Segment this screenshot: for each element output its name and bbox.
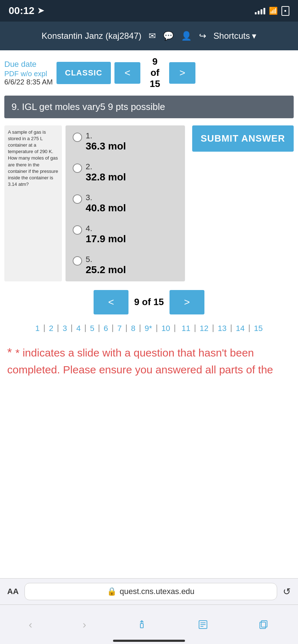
location-arrow-icon: ➤: [37, 6, 44, 15]
page-link-4[interactable]: 4: [75, 323, 82, 334]
page-link-15[interactable]: 15: [252, 323, 264, 334]
back-button[interactable]: ‹: [29, 618, 32, 631]
user-name: Konstantin Janz (kaj2847): [42, 31, 142, 41]
submit-answer-button[interactable]: SUBMIT ANSWER: [192, 125, 294, 152]
due-label: Due date: [4, 59, 53, 70]
page-num: 9: [144, 56, 166, 67]
answer-radio-1[interactable]: [73, 133, 82, 142]
note-text: * * indicates a slide with a question th…: [0, 337, 298, 383]
question-header: 9. IGL get moles vary5 9 pts possible: [4, 96, 294, 118]
url-bar[interactable]: 🔒 quest.cns.utexas.edu: [24, 583, 277, 600]
page-link-3[interactable]: 3: [61, 323, 68, 334]
page-link-6[interactable]: 6: [102, 323, 109, 334]
page-link-14[interactable]: 14: [234, 323, 246, 334]
page-link-8[interactable]: 8: [130, 323, 137, 334]
answer-num-2: 2.: [86, 162, 126, 171]
answer-text-3: 3. 40.8 mol: [86, 193, 126, 214]
answer-val-4: 17.9 mol: [86, 233, 126, 245]
answer-option-5: 5. 25.2 mol: [73, 255, 178, 276]
svg-rect-6: [260, 622, 266, 629]
prev-question-button[interactable]: <: [114, 62, 140, 84]
question-body: A sample of gas is stored in a 275 L con…: [4, 125, 294, 281]
answer-num-3: 3.: [86, 193, 126, 202]
answer-radio-3[interactable]: [73, 194, 82, 204]
answer-num-1: 1.: [86, 131, 126, 141]
chat-icon[interactable]: 💬: [163, 31, 174, 41]
logout-icon[interactable]: ↪: [199, 31, 206, 41]
page-link-11[interactable]: 11: [180, 323, 192, 334]
answers-column: 1. 36.3 mol 2. 32.8 mol 3. 40.8 mol: [66, 125, 185, 281]
due-date-block: Due date PDF w/o expl 6/6/22 8:35 AM: [4, 59, 53, 86]
lock-icon: 🔒: [107, 587, 117, 596]
page-counter: 9 of 15: [144, 56, 166, 90]
reload-button[interactable]: ↺: [283, 586, 291, 597]
page-link-13[interactable]: 13: [216, 323, 228, 334]
page-link-2[interactable]: 2: [48, 323, 55, 334]
answer-val-1: 36.3 mol: [86, 141, 126, 152]
wifi-icon: 📶: [269, 6, 278, 15]
page-link-5[interactable]: 5: [89, 323, 96, 334]
chevron-down-icon: ▾: [252, 31, 256, 41]
page-links: 1 | 2 | 3 | 4 | 5 | 6 | 7 | 8 | 9* | 10 …: [0, 323, 298, 337]
answer-text-1: 1. 36.3 mol: [86, 131, 126, 152]
due-date: 6/6/22 8:35 AM: [4, 78, 53, 86]
bottom-nav: < 9 of 15 >: [0, 281, 298, 323]
star-symbol: *: [7, 345, 15, 359]
home-indicator: [113, 640, 185, 642]
page-of: of: [144, 67, 166, 78]
user-icon[interactable]: 👤: [181, 31, 192, 41]
bottom-next-button[interactable]: >: [170, 290, 204, 314]
answer-num-5: 5.: [86, 255, 126, 264]
bookmark-button[interactable]: [198, 619, 208, 630]
page-link-9[interactable]: 9*: [143, 323, 154, 334]
share-button[interactable]: [136, 619, 147, 630]
classic-button[interactable]: CLASSIC: [57, 62, 111, 84]
page-link-10[interactable]: 10: [160, 323, 171, 334]
header-nav: Konstantin Janz (kaj2847) ✉ 💬 👤 ↪ Shortc…: [0, 22, 298, 50]
answer-option-4: 4. 17.9 mol: [73, 224, 178, 245]
tabs-button[interactable]: [258, 619, 269, 630]
forward-button[interactable]: ›: [82, 618, 86, 631]
svg-rect-5: [261, 621, 267, 627]
answer-num-4: 4.: [86, 224, 126, 233]
page-link-12[interactable]: 12: [198, 323, 210, 334]
shortcuts-button[interactable]: Shortcuts ▾: [213, 31, 256, 41]
answer-val-2: 32.8 mol: [86, 171, 126, 183]
answer-radio-2[interactable]: [73, 164, 82, 173]
status-time: 00:12 ➤: [9, 5, 44, 17]
signal-icon: [255, 7, 265, 14]
page-link-7[interactable]: 7: [116, 323, 123, 334]
shortcuts-label: Shortcuts: [213, 31, 250, 41]
time-display: 00:12: [9, 5, 35, 17]
pdf-label: PDF w/o expl: [4, 70, 53, 78]
page-total: 15: [144, 78, 166, 89]
browser-bar: AA 🔒 quest.cns.utexas.edu ↺: [0, 578, 298, 604]
page-link-1[interactable]: 1: [34, 323, 41, 334]
answer-radio-5[interactable]: [73, 256, 82, 266]
note-content: * indicates a slide with a question that…: [7, 347, 273, 376]
answer-text-4: 4. 17.9 mol: [86, 224, 126, 245]
question-text: A sample of gas is stored in a 275 L con…: [4, 125, 62, 281]
aa-button[interactable]: AA: [7, 587, 19, 596]
bottom-toolbar: ‹ ›: [0, 604, 298, 644]
url-text: quest.cns.utexas.edu: [119, 587, 194, 596]
answer-val-3: 40.8 mol: [86, 202, 126, 214]
answer-option-2: 2. 32.8 mol: [73, 162, 178, 183]
answer-radio-4[interactable]: [73, 225, 82, 235]
answer-option-1: 1. 36.3 mol: [73, 131, 178, 152]
answer-val-5: 25.2 mol: [86, 264, 126, 276]
top-controls: Due date PDF w/o expl 6/6/22 8:35 AM CLA…: [0, 50, 298, 96]
answer-text-5: 5. 25.2 mol: [86, 255, 126, 276]
answer-text-2: 2. 32.8 mol: [86, 162, 126, 183]
battery-icon: ▪: [281, 6, 289, 16]
mail-icon[interactable]: ✉: [149, 31, 156, 41]
status-bar: 00:12 ➤ 📶 ▪: [0, 0, 298, 22]
bottom-counter: 9 of 15: [134, 296, 164, 308]
bottom-prev-button[interactable]: <: [94, 290, 128, 314]
status-icons: 📶 ▪: [255, 6, 289, 16]
answers-submit-area: 1. 36.3 mol 2. 32.8 mol 3. 40.8 mol: [66, 125, 294, 281]
svg-rect-0: [140, 624, 143, 628]
answer-option-3: 3. 40.8 mol: [73, 193, 178, 214]
next-question-button[interactable]: >: [169, 62, 195, 84]
